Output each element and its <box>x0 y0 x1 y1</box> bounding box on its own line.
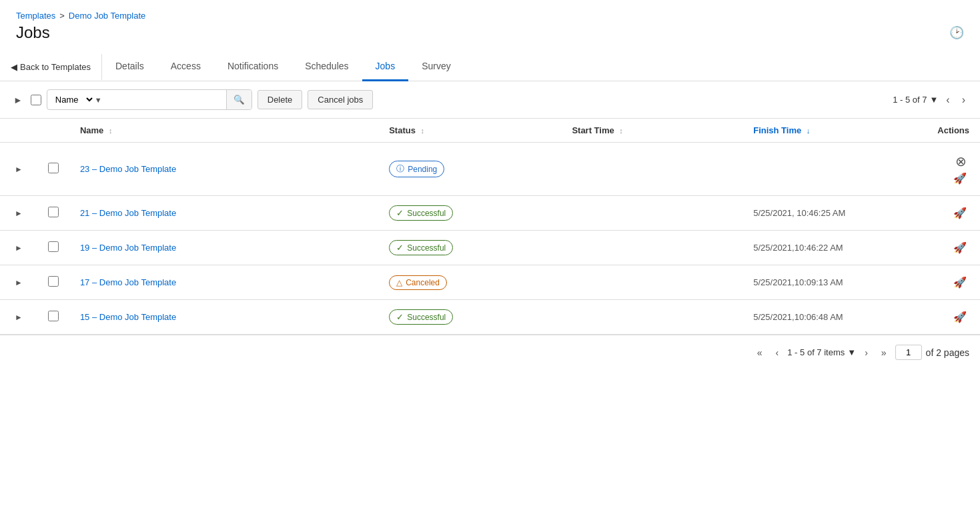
table-row: ► 15 – Demo Job Template ✓ Successful 5/… <box>0 300 980 335</box>
search-icon: 🔍 <box>233 95 245 105</box>
filter-input[interactable] <box>106 91 226 109</box>
toolbar-page-range-chevron: ▼ <box>929 95 938 105</box>
job-link-23[interactable]: 23 – Demo Job Template <box>80 164 176 174</box>
warning-icon: △ <box>396 278 402 287</box>
col-status-header[interactable]: Status ↕ <box>378 119 561 143</box>
toolbar-page-range-label: 1 - 5 of 7 <box>893 95 927 105</box>
footer-first-page-button[interactable]: « <box>753 345 767 360</box>
filter-select[interactable]: Name <box>47 90 95 109</box>
start-sort-icon: ↕ <box>619 127 623 135</box>
row-expand-cell: ► <box>0 143 37 196</box>
success-icon: ✓ <box>396 312 404 322</box>
footer-last-page-button[interactable]: » <box>877 345 891 360</box>
toolbar-prev-button[interactable]: ‹ <box>942 93 953 107</box>
col-start-time-header[interactable]: Start Time ↕ <box>561 119 743 143</box>
col-expand-header <box>0 119 37 143</box>
toolbar-next-button[interactable]: › <box>958 93 969 107</box>
row-name-cell: 23 – Demo Job Template <box>69 143 378 196</box>
status-badge-15: ✓ Successful <box>389 309 453 325</box>
job-link-19[interactable]: 19 – Demo Job Template <box>80 243 176 253</box>
row-actions-cell: 🚀 <box>927 265 980 300</box>
relaunch-button-15[interactable]: 🚀 <box>951 309 969 325</box>
row-finish-time-cell: 5/25/2021,10:09:13 AM <box>743 265 927 300</box>
status-badge-19: ✓ Successful <box>389 240 453 255</box>
tab-jobs[interactable]: Jobs <box>362 53 409 81</box>
footer-prev-page-button[interactable]: ‹ <box>771 345 784 360</box>
nav-tabs: ◀ Back to Templates Details Access Notif… <box>0 53 980 81</box>
row-checkbox-17[interactable] <box>48 276 59 287</box>
row-check-cell <box>37 231 69 265</box>
tab-back-to-templates[interactable]: ◀ Back to Templates <box>0 54 102 80</box>
row-expand-button-21[interactable]: ► <box>11 207 27 219</box>
footer-next-page-button[interactable]: › <box>860 345 873 360</box>
tab-notifications[interactable]: Notifications <box>214 53 292 81</box>
expand-all-button[interactable]: ► <box>11 92 25 108</box>
page-number-input[interactable] <box>895 345 922 360</box>
job-link-17[interactable]: 17 – Demo Job Template <box>80 277 176 287</box>
col-actions-header: Actions <box>927 119 980 143</box>
history-icon: 🕑 <box>949 26 964 39</box>
footer-page-range-dropdown[interactable]: 1 - 5 of 7 items ▼ <box>787 347 856 357</box>
toolbar: ► Name ▼ 🔍 Delete Cancel jobs 1 - 5 of 7… <box>0 81 980 119</box>
status-label-15: Successful <box>407 313 446 322</box>
select-all-checkbox[interactable] <box>31 95 41 105</box>
row-checkbox-15[interactable] <box>48 311 59 321</box>
row-name-cell: 21 – Demo Job Template <box>69 196 378 231</box>
breadcrumb-current: Demo Job Template <box>69 11 145 21</box>
job-link-21[interactable]: 21 – Demo Job Template <box>80 208 176 218</box>
row-checkbox-21[interactable] <box>48 207 59 217</box>
status-label-23: Pending <box>408 165 437 174</box>
delete-button[interactable]: Delete <box>258 90 303 109</box>
row-name-cell: 15 – Demo Job Template <box>69 300 378 335</box>
row-actions-cell: 🚀 <box>927 300 980 335</box>
breadcrumb: Templates > Demo Job Template <box>0 0 980 23</box>
job-link-15[interactable]: 15 – Demo Job Template <box>80 312 176 322</box>
status-label-17: Canceled <box>406 278 440 287</box>
row-expand-button-19[interactable]: ► <box>11 242 27 254</box>
row-finish-time-cell: 5/25/2021,10:46:22 AM <box>743 231 927 265</box>
status-label-19: Successful <box>407 243 446 253</box>
search-button[interactable]: 🔍 <box>226 90 252 109</box>
row-name-cell: 17 – Demo Job Template <box>69 265 378 300</box>
row-expand-cell: ► <box>0 231 37 265</box>
col-name-header[interactable]: Name ↕ <box>69 119 378 143</box>
tab-details[interactable]: Details <box>102 53 157 81</box>
toolbar-pagination: 1 - 5 of 7 ▼ ‹ › <box>893 93 969 107</box>
table-footer: « ‹ 1 - 5 of 7 items ▼ › » of 2 pages <box>0 335 980 369</box>
footer-page-total-label: of 2 pages <box>926 347 969 358</box>
tab-survey[interactable]: Survey <box>408 53 464 81</box>
relaunch-button-19[interactable]: 🚀 <box>951 240 969 255</box>
cancel-button-23[interactable]: ⊗ <box>953 152 969 171</box>
row-expand-button-17[interactable]: ► <box>11 277 27 289</box>
footer-page-range-label: 1 - 5 of 7 items <box>787 347 845 357</box>
filter-wrap: Name ▼ 🔍 <box>47 89 252 110</box>
relaunch-button-21[interactable]: 🚀 <box>951 205 969 221</box>
breadcrumb-templates-link[interactable]: Templates <box>16 11 55 21</box>
row-status-cell: ✓ Successful <box>378 231 561 265</box>
table-header: Name ↕ Status ↕ Start Time ↕ Finish Time… <box>0 119 980 143</box>
relaunch-button-23[interactable]: 🚀 <box>951 171 969 186</box>
row-status-cell: ✓ Successful <box>378 300 561 335</box>
col-finish-time-header[interactable]: Finish Time ↓ <box>743 119 927 143</box>
table-row: ► 21 – Demo Job Template ✓ Successful 5/… <box>0 196 980 231</box>
row-checkbox-23[interactable] <box>48 163 59 173</box>
row-expand-button-23[interactable]: ► <box>11 163 27 175</box>
tab-schedules[interactable]: Schedules <box>292 53 362 81</box>
toolbar-page-range-dropdown[interactable]: 1 - 5 of 7 ▼ <box>893 95 938 105</box>
row-status-cell: ⓘ Pending <box>378 143 561 196</box>
back-arrow-icon: ◀ <box>11 62 17 72</box>
table-row: ► 23 – Demo Job Template ⓘ Pending ⊗🚀 <box>0 143 980 196</box>
cancel-jobs-button[interactable]: Cancel jobs <box>308 90 373 109</box>
relaunch-button-17[interactable]: 🚀 <box>951 275 969 290</box>
row-start-time-cell <box>561 143 743 196</box>
history-button[interactable]: 🕑 <box>949 25 964 40</box>
tab-access[interactable]: Access <box>157 53 214 81</box>
row-status-cell: △ Canceled <box>378 265 561 300</box>
table-row: ► 17 – Demo Job Template △ Canceled 5/25… <box>0 265 980 300</box>
row-actions-cell: 🚀 <box>927 196 980 231</box>
page-title: Jobs <box>16 23 50 42</box>
row-checkbox-19[interactable] <box>48 241 59 252</box>
table-row: ► 19 – Demo Job Template ✓ Successful 5/… <box>0 231 980 265</box>
row-expand-button-15[interactable]: ► <box>11 311 27 323</box>
row-check-cell <box>37 143 69 196</box>
